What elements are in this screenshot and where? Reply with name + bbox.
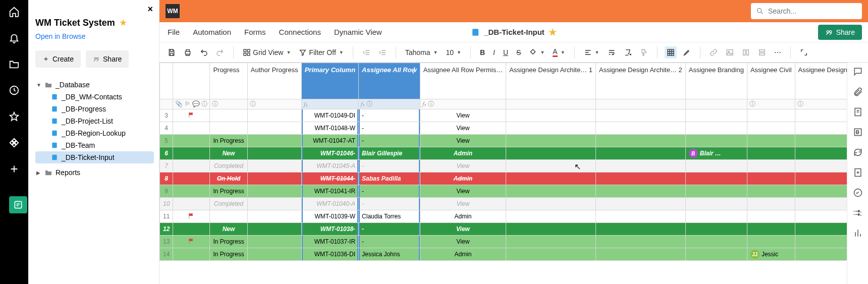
comments-icon[interactable] xyxy=(853,67,863,77)
cell[interactable] xyxy=(795,248,847,261)
cell[interactable] xyxy=(247,122,301,135)
menu-dynamic-view[interactable]: Dynamic View xyxy=(334,28,382,36)
cell[interactable] xyxy=(247,236,301,248)
cell-progress[interactable]: On Hold xyxy=(210,173,247,185)
sheet-grid[interactable]: ↖ Progress Author Progress Pr xyxy=(159,63,847,284)
row-number[interactable]: 6 xyxy=(160,147,173,160)
redo-icon[interactable] xyxy=(214,46,226,59)
table-row[interactable]: 11WMT-01039-WClaudia TorresAdminCTClaud xyxy=(160,210,847,223)
cell[interactable] xyxy=(595,135,685,147)
menu-file[interactable]: File xyxy=(168,28,180,36)
row-flag[interactable] xyxy=(173,122,210,135)
row-flag[interactable] xyxy=(173,223,210,236)
tree-item[interactable]: _DB-Progress xyxy=(35,103,154,115)
row-number[interactable]: 9 xyxy=(160,185,173,198)
cell-assignee[interactable]: - xyxy=(359,122,420,135)
table-row[interactable]: 13In ProgressWMT-01037-IR-View xyxy=(160,236,847,248)
cell[interactable] xyxy=(795,198,847,210)
conditional-format-icon[interactable] xyxy=(665,46,677,59)
format-painter-icon[interactable] xyxy=(638,46,650,59)
cell[interactable] xyxy=(795,122,847,135)
cell-assignee[interactable]: Blair Gillespie xyxy=(359,147,420,160)
row-flag[interactable] xyxy=(173,173,210,185)
cell-primary[interactable]: WMT-01039-W xyxy=(301,210,358,223)
font-dropdown[interactable]: Tahoma▼ xyxy=(403,46,440,59)
row-number[interactable]: 11 xyxy=(160,210,173,223)
create-button[interactable]: ＋Create xyxy=(35,50,81,68)
cell[interactable] xyxy=(247,248,301,261)
cell-primary[interactable]: WMT-01046- xyxy=(301,147,358,160)
row-number[interactable]: 4 xyxy=(160,122,173,135)
filter-dropdown[interactable]: Filter Off▼ xyxy=(297,46,345,59)
cell-perm[interactable]: Admin xyxy=(420,248,506,261)
cell-civil[interactable]: JJJessic xyxy=(747,248,795,261)
table-row[interactable]: 7CompletedWMT-01045-A-View xyxy=(160,160,847,173)
sheet-star-icon[interactable]: ★ xyxy=(549,27,557,38)
cell-assignee[interactable]: Jessica Johns xyxy=(359,248,420,261)
col-header[interactable]: Assignee All Row Permis… xyxy=(420,63,506,99)
cell-assignee[interactable]: Claudia Torres xyxy=(359,210,420,223)
cell-branding[interactable] xyxy=(685,160,747,173)
cell-perm[interactable]: Admin xyxy=(420,173,506,185)
cell-civil[interactable] xyxy=(747,122,795,135)
recent-icon[interactable] xyxy=(9,85,20,96)
cell-progress[interactable] xyxy=(210,210,247,223)
cell[interactable] xyxy=(795,185,847,198)
cell[interactable] xyxy=(506,109,596,122)
tree-folder-reports[interactable]: ▶ Reports xyxy=(35,166,154,179)
cell-civil[interactable] xyxy=(747,135,795,147)
cell[interactable] xyxy=(506,236,596,248)
brand-icon[interactable] xyxy=(853,127,863,137)
insert-row-icon[interactable] xyxy=(756,46,768,59)
cell-perm[interactable]: View xyxy=(420,122,506,135)
cell[interactable] xyxy=(595,236,685,248)
align-icon[interactable]: ▼ xyxy=(582,46,602,59)
close-icon[interactable]: × xyxy=(147,4,153,15)
cell[interactable] xyxy=(595,147,685,160)
settings-icon[interactable] xyxy=(853,208,863,218)
cell[interactable] xyxy=(506,198,596,210)
cell[interactable] xyxy=(247,135,301,147)
search-input[interactable] xyxy=(768,7,857,15)
home-icon[interactable] xyxy=(9,6,20,17)
cell-primary[interactable]: WMT-01036-DI xyxy=(301,248,358,261)
apps-icon[interactable] xyxy=(9,137,20,148)
cell-civil[interactable] xyxy=(747,147,795,160)
cell-civil[interactable] xyxy=(747,198,795,210)
column-options-icon[interactable]: ⋮ xyxy=(410,66,417,74)
cell[interactable] xyxy=(595,210,685,223)
clear-format-icon[interactable] xyxy=(622,46,634,59)
cell-primary[interactable]: WMT-01044- xyxy=(301,173,358,185)
cell[interactable] xyxy=(795,173,847,185)
cell-primary[interactable]: WMT-01045-A xyxy=(301,160,358,173)
proof-icon[interactable] xyxy=(853,107,863,117)
cell-progress[interactable]: In Progress xyxy=(210,135,247,147)
cell[interactable] xyxy=(595,160,685,173)
share-sheet-button[interactable]: Share xyxy=(818,25,862,40)
cell[interactable] xyxy=(506,185,596,198)
expand-icon[interactable] xyxy=(798,46,810,59)
tree-item[interactable]: _DB-Region-Lookup xyxy=(35,127,154,139)
cell-civil[interactable] xyxy=(747,236,795,248)
cell-branding[interactable] xyxy=(685,135,747,147)
image-icon[interactable] xyxy=(724,46,736,59)
save-icon[interactable] xyxy=(166,46,178,59)
col-header[interactable]: Assignee Branding xyxy=(685,63,747,99)
cell-primary[interactable]: WMT-01041-IR xyxy=(301,185,358,198)
activity-icon[interactable] xyxy=(853,188,863,198)
cell-assignee[interactable]: Sabas Padilla xyxy=(359,173,420,185)
star-icon[interactable] xyxy=(9,111,20,122)
row-number[interactable]: 7 xyxy=(160,160,173,173)
cell-assignee[interactable]: - xyxy=(359,109,420,122)
col-header[interactable]: Assignee Design Archite… 2 xyxy=(595,63,685,99)
bold-icon[interactable]: B xyxy=(478,46,487,59)
cell[interactable] xyxy=(247,185,301,198)
cell-progress[interactable]: In Progress xyxy=(210,236,247,248)
font-size-dropdown[interactable]: 10▼ xyxy=(444,46,463,59)
cell-branding[interactable] xyxy=(685,236,747,248)
cell-primary[interactable]: WMT-01049-DI xyxy=(301,109,358,122)
cell-civil[interactable] xyxy=(747,210,795,223)
cell-assignee[interactable]: - xyxy=(359,185,420,198)
col-header[interactable]: Assignee Civil xyxy=(747,63,795,99)
col-header[interactable]: Assignee Design Interiors xyxy=(795,63,847,99)
